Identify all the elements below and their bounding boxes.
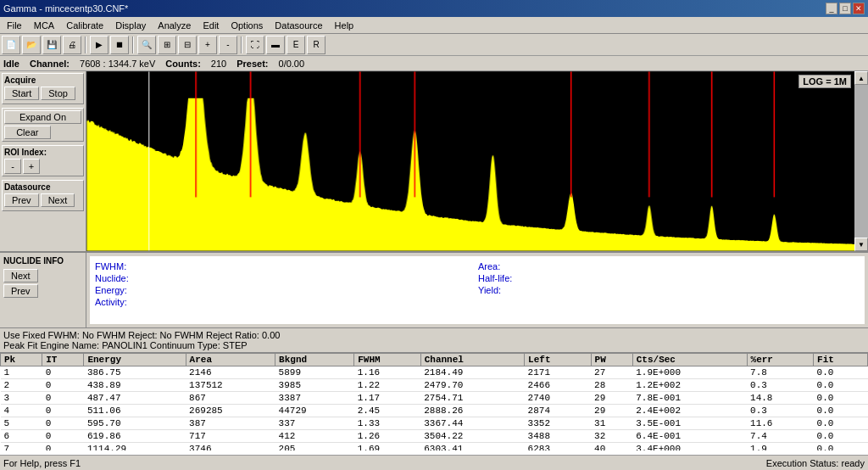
table-cell: 31 — [591, 417, 632, 430]
table-cell: 3.4E+000 — [632, 443, 747, 451]
table-cell: 337 — [275, 417, 354, 430]
table-cell: 2.4E+002 — [632, 405, 747, 417]
table-cell: 5 — [1, 417, 42, 430]
main-content: Acquire Start Stop Expand On Clear ROI I… — [0, 71, 868, 251]
table-cell: 2171 — [525, 366, 591, 379]
execution-status: Execution Status: ready — [766, 458, 865, 468]
menu-file[interactable]: File — [2, 20, 27, 31]
table-cell: 27 — [591, 366, 632, 379]
data-table-container[interactable]: Pk IT Energy Area Bkgnd FWHM Channel Lef… — [0, 353, 868, 450]
start-button[interactable]: Start — [4, 87, 39, 100]
table-cell: 387 — [186, 417, 275, 430]
activity-label: Activity: — [95, 297, 163, 307]
table-row: 20438.8913751239851.222479.702466281.2E+… — [1, 379, 868, 392]
clear-button[interactable]: Clear — [4, 126, 51, 139]
toolbar-open[interactable]: 📂 — [22, 36, 41, 54]
toolbar-sep-3 — [241, 36, 242, 53]
table-cell: 3.5E-001 — [632, 417, 747, 430]
next-button[interactable]: Next — [41, 193, 75, 207]
table-cell: 2184.49 — [420, 366, 524, 379]
table-cell: 2479.70 — [420, 379, 524, 392]
title-bar-controls: _ □ ✕ — [826, 3, 865, 14]
table-cell: 7 — [1, 443, 42, 451]
area-label: Area: — [478, 261, 546, 271]
menu-edit[interactable]: Edit — [198, 20, 224, 31]
log-indicator: LOG = 1M — [798, 75, 851, 88]
roi-plus-button[interactable]: + — [23, 159, 40, 174]
expand-group: Expand On Clear — [2, 108, 84, 142]
toolbar-energy[interactable]: E — [287, 36, 305, 54]
nuclide-prev-button[interactable]: Prev — [3, 284, 38, 298]
toolbar-zoomin[interactable]: + — [198, 36, 217, 54]
toolbar-zoomout[interactable]: - — [219, 36, 237, 54]
preset-label: Preset: — [236, 59, 268, 69]
maximize-button[interactable]: □ — [839, 3, 851, 14]
chart-area[interactable]: LOG = 1M ▲ ▼ — [86, 71, 868, 251]
toolbar-print[interactable]: 🖨 — [63, 36, 81, 54]
table-cell: 4 — [1, 405, 42, 417]
activity-value — [164, 297, 476, 307]
data-section: Use Fixed FWHM: No FWHM Reject: No FWHM … — [0, 328, 868, 455]
scroll-track[interactable] — [854, 85, 868, 238]
table-cell: 1114.29 — [84, 443, 186, 451]
toolbar-fullscreen[interactable]: ⛶ — [246, 36, 264, 54]
table-cell: 2146 — [186, 366, 275, 379]
menu-datasource[interactable]: Datasource — [270, 20, 327, 31]
toolbar-expand[interactable]: ⊞ — [158, 36, 176, 54]
toolbar-stop[interactable]: ⏹ — [110, 36, 129, 54]
toolbar-roi[interactable]: R — [307, 36, 326, 54]
table-cell: 0 — [42, 392, 84, 405]
toolbar-sep-2 — [132, 36, 134, 53]
table-cell: 14.8 — [747, 392, 813, 405]
table-cell: 0.3 — [747, 405, 813, 417]
left-panel: Acquire Start Stop Expand On Clear ROI I… — [0, 71, 86, 251]
table-cell: 6 — [1, 430, 42, 443]
table-cell: 1.69 — [354, 443, 420, 451]
toolbar-halfscreen[interactable]: ▬ — [266, 36, 285, 54]
fwhm-label: FWHM: — [95, 261, 163, 271]
table-cell: 717 — [186, 430, 275, 443]
menu-calibrate[interactable]: Calibrate — [61, 20, 108, 31]
vertical-scrollbar[interactable]: ▲ ▼ — [854, 71, 868, 251]
menu-options[interactable]: Options — [225, 20, 268, 31]
scroll-down-arrow[interactable]: ▼ — [854, 238, 868, 251]
table-cell: 6303.41 — [420, 443, 524, 451]
datasource-group: Datasource Prev Next — [2, 180, 84, 211]
table-cell: 29 — [591, 405, 632, 417]
toolbar-new[interactable]: 📄 — [2, 36, 20, 54]
toolbar-save[interactable]: 💾 — [42, 36, 61, 54]
nuclide-label: Nuclide: — [95, 273, 163, 283]
menu-analyze[interactable]: Analyze — [153, 20, 196, 31]
table-cell: 0.0 — [814, 430, 868, 443]
energy-value — [164, 285, 476, 295]
nuclide-next-button[interactable]: Next — [3, 269, 38, 283]
stop-button[interactable]: Stop — [41, 87, 75, 100]
close-button[interactable]: ✕ — [853, 3, 865, 14]
roi-minus-button[interactable]: - — [4, 159, 21, 174]
menu-display[interactable]: Display — [110, 20, 151, 31]
scroll-up-arrow[interactable]: ▲ — [854, 71, 868, 85]
table-cell: 619.86 — [84, 430, 186, 443]
acquire-label: Acquire — [4, 76, 81, 85]
prev-button[interactable]: Prev — [4, 193, 39, 207]
table-cell: 3 — [1, 392, 42, 405]
expand-on-button[interactable]: Expand On — [4, 110, 81, 124]
minimize-button[interactable]: _ — [826, 3, 837, 14]
table-cell: 5899 — [275, 366, 354, 379]
nuclide-info-grid: FWHM: Area: Nuclide: Half-life: Energy: … — [90, 256, 865, 324]
toolbar-zoom[interactable]: 🔍 — [137, 36, 156, 54]
toolbar-start[interactable]: ▶ — [90, 36, 108, 54]
toolbar-compress[interactable]: ⊟ — [178, 36, 197, 54]
col-ctssec: Cts/Sec — [632, 354, 747, 366]
table-cell: 3504.22 — [420, 430, 524, 443]
counts-value: 210 — [211, 59, 226, 69]
menu-help[interactable]: Help — [330, 20, 359, 31]
table-header-row: Pk IT Energy Area Bkgnd FWHM Channel Lef… — [1, 354, 868, 366]
table-cell: 1.22 — [354, 379, 420, 392]
col-pw: PW — [591, 354, 632, 366]
menu-mca[interactable]: MCA — [29, 20, 59, 31]
table-cell: 3352 — [525, 417, 591, 430]
table-row: 60619.867174121.263504.223488326.4E-0017… — [1, 430, 868, 443]
table-cell: 0 — [42, 443, 84, 451]
col-left: Left — [525, 354, 591, 366]
